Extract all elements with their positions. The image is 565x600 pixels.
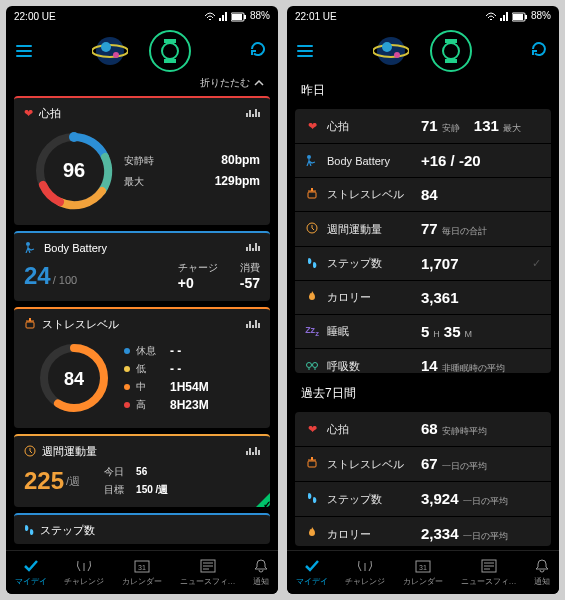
news-icon bbox=[200, 558, 216, 574]
planet-orb[interactable] bbox=[89, 30, 131, 72]
list-item[interactable]: ❤心拍71安静 131最大 bbox=[295, 109, 551, 144]
list-item[interactable]: Body Battery+16 / -20 bbox=[295, 144, 551, 178]
stress-icon bbox=[305, 188, 319, 202]
list-item[interactable]: 呼吸数14非睡眠時の平均 bbox=[295, 349, 551, 373]
nav-calendar[interactable]: 31 カレンダー bbox=[122, 558, 162, 587]
list-item-value: 3,361 bbox=[421, 289, 541, 306]
list-item[interactable]: ❤心拍68安静時平均 bbox=[295, 412, 551, 447]
battery-pct: 88% bbox=[250, 10, 270, 21]
stress-legend: 休息- - 低- - 中1H54M 高8H23M bbox=[124, 344, 260, 412]
svg-point-26 bbox=[382, 42, 392, 52]
weekly-value: 225 bbox=[24, 467, 64, 495]
heart-icon: ❤ bbox=[305, 423, 319, 436]
list-item-label: ストレスレベル bbox=[327, 187, 413, 202]
cal-icon bbox=[305, 526, 319, 542]
weekly-title: 週間運動量 bbox=[42, 444, 97, 459]
svg-text:31: 31 bbox=[419, 564, 427, 571]
stress-icon bbox=[305, 457, 319, 471]
list-item[interactable]: カロリー2,334一日の平均 bbox=[295, 517, 551, 546]
watch-icon bbox=[160, 39, 180, 63]
list-item-label: Body Battery bbox=[327, 155, 413, 167]
list-item[interactable]: Zzz睡眠5H 35M bbox=[295, 315, 551, 349]
card-weekly-intensity[interactable]: 週間運動量 225/週 今日56 目標150 /週 bbox=[14, 434, 270, 507]
nav-calendar[interactable]: 31 カレンダー bbox=[403, 558, 443, 587]
bb-drain-label: 消費 bbox=[240, 261, 260, 275]
signal-icon bbox=[499, 12, 509, 22]
breath-icon bbox=[305, 359, 319, 373]
news-icon bbox=[481, 558, 497, 574]
stress-gauge-value: 84 bbox=[64, 369, 84, 389]
list-item-label: 呼吸数 bbox=[327, 359, 413, 374]
menu-button[interactable] bbox=[297, 45, 313, 57]
body-battery-icon bbox=[24, 241, 38, 255]
nav-news[interactable]: ニュースフィ… bbox=[180, 558, 236, 587]
battery-icon bbox=[512, 12, 528, 22]
list-item-label: ステップ数 bbox=[327, 492, 413, 507]
svg-rect-30 bbox=[445, 59, 457, 63]
card-heart-rate[interactable]: ❤ 心拍 96 bbox=[14, 96, 270, 225]
hr-rest-value: 80bpm bbox=[221, 153, 260, 167]
stress-gauge: 84 bbox=[34, 338, 114, 418]
device-orb[interactable] bbox=[430, 30, 472, 72]
weekly-unit: /週 bbox=[66, 474, 80, 489]
check-icon bbox=[304, 558, 320, 574]
nav-label: 通知 bbox=[253, 576, 269, 587]
refresh-button[interactable] bbox=[248, 39, 268, 63]
planet-orb[interactable] bbox=[370, 30, 412, 72]
list-item-value: 1,707 bbox=[421, 255, 524, 272]
wreath-icon bbox=[75, 558, 93, 574]
list-item-label: 週間運動量 bbox=[327, 222, 413, 237]
list-item[interactable]: ステップ数3,924一日の平均 bbox=[295, 482, 551, 517]
bb-value: 24 bbox=[24, 262, 51, 290]
statusbar: 22:01 UE 88% bbox=[287, 6, 559, 26]
list-item-label: 心拍 bbox=[327, 422, 413, 437]
svg-rect-9 bbox=[164, 59, 176, 63]
check-icon: ✓ bbox=[532, 257, 541, 270]
list-item[interactable]: カロリー3,361 bbox=[295, 281, 551, 315]
list-item[interactable]: ステップ数1,707✓ bbox=[295, 247, 551, 281]
appbar bbox=[287, 26, 559, 76]
stress-row-label: 低 bbox=[136, 362, 164, 376]
list-item-value: 77毎日の合計 bbox=[421, 220, 541, 238]
status-carrier: UE bbox=[323, 11, 337, 22]
check-icon bbox=[252, 489, 270, 507]
nav-label: チャレンジ bbox=[64, 576, 104, 587]
list-item[interactable]: 週間運動量77毎日の合計 bbox=[295, 212, 551, 247]
nav-notif[interactable]: 通知 bbox=[253, 558, 269, 587]
nav-label: ニュースフィ… bbox=[180, 576, 236, 587]
stress-row-label: 休息 bbox=[136, 344, 164, 358]
nav-myday[interactable]: マイデイ bbox=[15, 558, 47, 587]
card-stress[interactable]: ストレスレベル 84 休息- - 低- - 中1H54M bbox=[14, 307, 270, 428]
nav-news[interactable]: ニュースフィ… bbox=[461, 558, 517, 587]
section-7day-title: 過去7日間 bbox=[295, 379, 551, 406]
stress-row-label: 高 bbox=[136, 398, 164, 412]
nav-label: カレンダー bbox=[403, 576, 443, 587]
refresh-button[interactable] bbox=[529, 39, 549, 63]
list-item[interactable]: ストレスレベル67一日の平均 bbox=[295, 447, 551, 482]
wifi-icon bbox=[485, 12, 497, 22]
nav-notif[interactable]: 通知 bbox=[534, 558, 550, 587]
device-orb[interactable] bbox=[149, 30, 191, 72]
chevron-up-icon bbox=[254, 78, 264, 88]
nav-challenge[interactable]: チャレンジ bbox=[345, 558, 385, 587]
weekly-icon bbox=[24, 445, 36, 459]
refresh-icon bbox=[529, 39, 549, 59]
heart-icon: ❤ bbox=[305, 120, 319, 133]
svg-rect-1 bbox=[232, 14, 242, 20]
list-item-label: カロリー bbox=[327, 527, 413, 542]
menu-button[interactable] bbox=[16, 45, 32, 57]
card-steps[interactable]: ステップ数 bbox=[14, 513, 270, 544]
bell-icon bbox=[254, 558, 268, 574]
svg-point-6 bbox=[113, 52, 119, 58]
list-item[interactable]: ストレスレベル84 bbox=[295, 178, 551, 212]
watch-icon bbox=[441, 39, 461, 63]
list-item-label: 睡眠 bbox=[327, 324, 413, 339]
svg-point-3 bbox=[96, 37, 124, 65]
card-body-battery[interactable]: Body Battery 24 / 100 チャージ +0 bbox=[14, 231, 270, 301]
nav-challenge[interactable]: チャレンジ bbox=[64, 558, 104, 587]
bb-denom: / 100 bbox=[53, 274, 77, 286]
stress-row-value: - - bbox=[170, 362, 181, 376]
nav-myday[interactable]: マイデイ bbox=[296, 558, 328, 587]
phone-right: 22:01 UE 88% bbox=[287, 6, 559, 594]
fold-toggle[interactable]: 折りたたむ bbox=[14, 76, 270, 90]
